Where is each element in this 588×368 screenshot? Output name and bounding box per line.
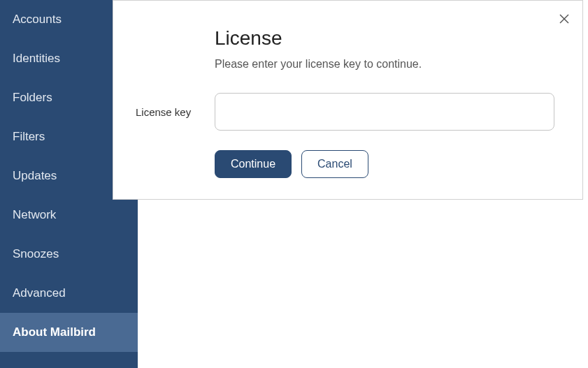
sidebar-item-about-mailbird[interactable]: About Mailbird xyxy=(0,313,138,352)
dialog-buttons: Continue Cancel xyxy=(215,150,554,178)
license-key-input[interactable] xyxy=(215,93,554,131)
dialog-title: License xyxy=(215,27,554,50)
continue-button[interactable]: Continue xyxy=(215,150,292,178)
license-key-row: License key xyxy=(134,93,554,131)
license-dialog: License Please enter your license key to… xyxy=(113,0,583,200)
close-icon xyxy=(559,14,569,24)
sidebar-item-network[interactable]: Network xyxy=(0,196,138,235)
sidebar-item-snoozes[interactable]: Snoozes xyxy=(0,235,138,274)
main-content: License Please enter your license key to… xyxy=(138,0,588,368)
dialog-subtitle: Please enter your license key to continu… xyxy=(215,58,554,71)
sidebar-item-advanced[interactable]: Advanced xyxy=(0,274,138,313)
license-key-label: License key xyxy=(134,106,215,118)
cancel-button[interactable]: Cancel xyxy=(301,150,368,178)
close-button[interactable] xyxy=(556,10,573,27)
